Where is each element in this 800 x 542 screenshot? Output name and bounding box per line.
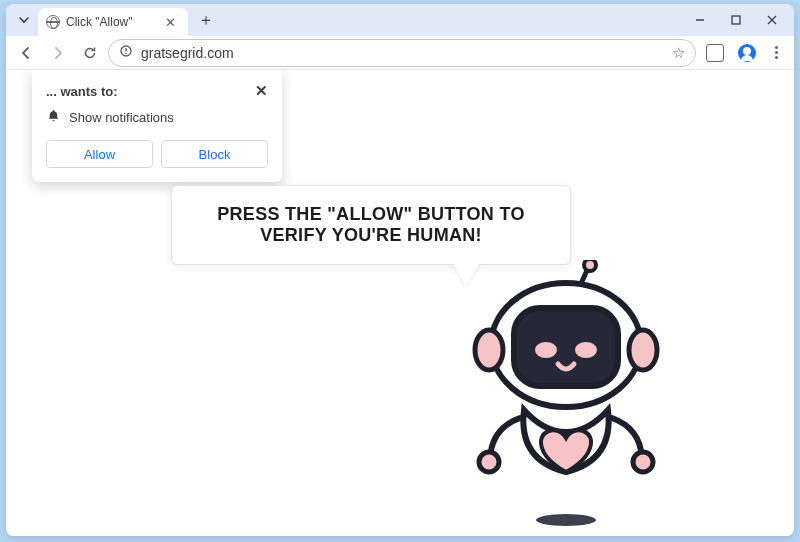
forward-button[interactable]: [44, 39, 72, 67]
svg-point-13: [479, 452, 499, 472]
toolbar: gratsegrid.com ☆: [6, 36, 794, 70]
svg-point-14: [633, 452, 653, 472]
svg-point-6: [584, 260, 596, 271]
permission-title: ... wants to:: [46, 84, 255, 99]
titlebar: Click "Allow" ✕ ＋: [6, 4, 794, 36]
svg-point-8: [475, 330, 503, 370]
instruction-text: PRESS THE "ALLOW" BUTTON TO VERIFY YOU'R…: [217, 204, 525, 245]
reload-button[interactable]: [76, 39, 104, 67]
notification-permission-prompt: ... wants to: ✕ Show notifications Allow…: [32, 70, 282, 182]
window-controls: [682, 4, 790, 36]
instruction-banner: PRESS THE "ALLOW" BUTTON TO VERIFY YOU'R…: [171, 185, 571, 265]
tab-title: Click "Allow": [66, 15, 161, 29]
svg-point-12: [575, 342, 597, 358]
back-button[interactable]: [12, 39, 40, 67]
robot-illustration: [436, 260, 696, 536]
site-info-icon[interactable]: [119, 44, 133, 61]
tabs-dropdown-button[interactable]: [10, 7, 38, 33]
extensions-icon[interactable]: [706, 44, 724, 62]
allow-button[interactable]: Allow: [46, 140, 153, 168]
minimize-button[interactable]: [682, 4, 718, 36]
close-window-button[interactable]: [754, 4, 790, 36]
menu-button[interactable]: [764, 46, 788, 59]
close-tab-icon[interactable]: ✕: [161, 15, 180, 30]
svg-rect-1: [732, 16, 740, 24]
bell-icon: [46, 108, 61, 126]
browser-window: Click "Allow" ✕ ＋: [6, 4, 794, 536]
globe-icon: [46, 15, 60, 29]
block-button[interactable]: Block: [161, 140, 268, 168]
svg-point-15: [536, 514, 596, 526]
maximize-button[interactable]: [718, 4, 754, 36]
address-bar[interactable]: gratsegrid.com ☆: [108, 39, 696, 67]
new-tab-button[interactable]: ＋: [194, 8, 218, 32]
svg-point-11: [535, 342, 557, 358]
svg-point-4: [125, 53, 127, 55]
url-text: gratsegrid.com: [141, 45, 672, 61]
bookmark-star-icon[interactable]: ☆: [672, 44, 685, 62]
page-viewport: ... wants to: ✕ Show notifications Allow…: [6, 70, 794, 536]
close-icon[interactable]: ✕: [255, 82, 268, 100]
profile-avatar-icon[interactable]: [738, 44, 756, 62]
permission-item-label: Show notifications: [69, 110, 174, 125]
svg-rect-10: [514, 308, 618, 386]
browser-tab[interactable]: Click "Allow" ✕: [38, 8, 188, 36]
svg-point-9: [629, 330, 657, 370]
